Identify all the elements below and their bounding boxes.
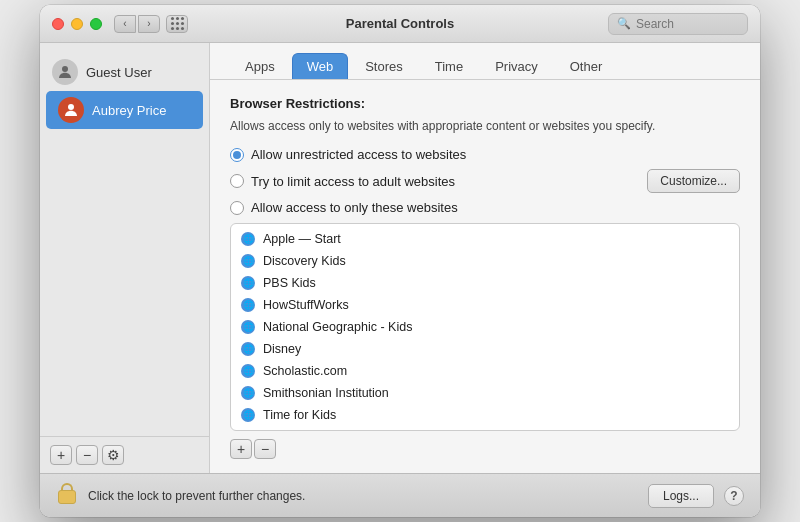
list-controls: + −: [230, 439, 740, 459]
website-name-5: Disney: [263, 342, 301, 356]
radio-circle-only: [230, 201, 244, 215]
website-item-3[interactable]: 🌐 HowStuffWorks: [231, 294, 739, 316]
panel-content: Browser Restrictions: Allows access only…: [210, 80, 760, 473]
globe-icon-6: 🌐: [241, 364, 255, 378]
logs-button[interactable]: Logs...: [648, 484, 714, 508]
settings-button[interactable]: ⚙: [102, 445, 124, 465]
tab-time[interactable]: Time: [420, 53, 478, 79]
radio-unrestricted[interactable]: Allow unrestricted access to websites: [230, 147, 740, 162]
svg-point-0: [62, 66, 68, 72]
radio-only-these[interactable]: Allow access to only these websites: [230, 200, 740, 215]
website-name-7: Smithsonian Institution: [263, 386, 389, 400]
website-item-6[interactable]: 🌐 Scholastic.com: [231, 360, 739, 382]
websites-list: 🌐 Apple — Start 🌐 Discovery Kids 🌐 PBS K…: [230, 223, 740, 431]
section-title: Browser Restrictions:: [230, 96, 740, 111]
website-name-3: HowStuffWorks: [263, 298, 349, 312]
avatar-guest: [52, 59, 78, 85]
content-area: Guest User Aubrey Price + − ⚙ Apps: [40, 43, 760, 473]
website-item-1[interactable]: 🌐 Discovery Kids: [231, 250, 739, 272]
titlebar: ‹ › Parental Controls 🔍: [40, 5, 760, 43]
add-website-button[interactable]: +: [230, 439, 252, 459]
minimize-button[interactable]: [71, 18, 83, 30]
globe-icon-1: 🌐: [241, 254, 255, 268]
website-name-6: Scholastic.com: [263, 364, 347, 378]
website-item-7[interactable]: 🌐 Smithsonian Institution: [231, 382, 739, 404]
website-name-4: National Geographic - Kids: [263, 320, 412, 334]
search-bar[interactable]: 🔍: [608, 13, 748, 35]
globe-icon-0: 🌐: [241, 232, 255, 246]
grid-button[interactable]: [166, 15, 188, 33]
lock-body: [58, 490, 76, 504]
sidebar-item-guest[interactable]: Guest User: [40, 53, 209, 91]
section-description: Allows access only to websites with appr…: [230, 117, 740, 135]
add-user-button[interactable]: +: [50, 445, 72, 465]
radio-limit-adult[interactable]: Try to limit access to adult websites: [230, 174, 455, 189]
globe-icon-8: 🌐: [241, 408, 255, 422]
tabs: Apps Web Stores Time Privacy Other: [210, 43, 760, 80]
website-name-2: PBS Kids: [263, 276, 316, 290]
sidebar-item-aubrey[interactable]: Aubrey Price: [46, 91, 203, 129]
lock-message: Click the lock to prevent further change…: [88, 489, 638, 503]
customize-button[interactable]: Customize...: [647, 169, 740, 193]
tab-privacy[interactable]: Privacy: [480, 53, 553, 79]
label-aubrey: Aubrey Price: [92, 103, 166, 118]
remove-user-button[interactable]: −: [76, 445, 98, 465]
sidebar-bottom: + − ⚙: [40, 436, 209, 473]
website-name-1: Discovery Kids: [263, 254, 346, 268]
sidebar: Guest User Aubrey Price + − ⚙: [40, 43, 210, 473]
tab-stores[interactable]: Stores: [350, 53, 418, 79]
website-item-8[interactable]: 🌐 Time for Kids: [231, 404, 739, 426]
main-panel: Apps Web Stores Time Privacy Other Brows…: [210, 43, 760, 473]
bottom-bar: Click the lock to prevent further change…: [40, 473, 760, 517]
website-name-0: Apple — Start: [263, 232, 341, 246]
avatar-aubrey: [58, 97, 84, 123]
forward-button[interactable]: ›: [138, 15, 160, 33]
website-name-8: Time for Kids: [263, 408, 336, 422]
nav-arrows: ‹ ›: [114, 15, 160, 33]
tab-web[interactable]: Web: [292, 53, 349, 79]
help-button[interactable]: ?: [724, 486, 744, 506]
close-button[interactable]: [52, 18, 64, 30]
radio-row-adult: Try to limit access to adult websites Cu…: [230, 169, 740, 193]
globe-icon-7: 🌐: [241, 386, 255, 400]
back-button[interactable]: ‹: [114, 15, 136, 33]
lock-icon[interactable]: [56, 483, 78, 509]
dot-grid-icon: [171, 17, 184, 30]
website-item-0[interactable]: 🌐 Apple — Start: [231, 228, 739, 250]
radio-label-only: Allow access to only these websites: [251, 200, 458, 215]
website-item-4[interactable]: 🌐 National Geographic - Kids: [231, 316, 739, 338]
globe-icon-4: 🌐: [241, 320, 255, 334]
maximize-button[interactable]: [90, 18, 102, 30]
website-item-2[interactable]: 🌐 PBS Kids: [231, 272, 739, 294]
main-window: ‹ › Parental Controls 🔍: [40, 5, 760, 517]
globe-icon-3: 🌐: [241, 298, 255, 312]
radio-label-adult: Try to limit access to adult websites: [251, 174, 455, 189]
tab-other[interactable]: Other: [555, 53, 618, 79]
label-guest: Guest User: [86, 65, 152, 80]
globe-icon-5: 🌐: [241, 342, 255, 356]
window-title: Parental Controls: [346, 16, 454, 31]
traffic-lights: [52, 18, 102, 30]
search-icon: 🔍: [617, 17, 631, 30]
remove-website-button[interactable]: −: [254, 439, 276, 459]
svg-point-1: [68, 104, 74, 110]
radio-circle-unrestricted: [230, 148, 244, 162]
tab-apps[interactable]: Apps: [230, 53, 290, 79]
radio-circle-adult: [230, 174, 244, 188]
search-input[interactable]: [636, 17, 736, 31]
globe-icon-2: 🌐: [241, 276, 255, 290]
radio-label-unrestricted: Allow unrestricted access to websites: [251, 147, 466, 162]
website-item-5[interactable]: 🌐 Disney: [231, 338, 739, 360]
